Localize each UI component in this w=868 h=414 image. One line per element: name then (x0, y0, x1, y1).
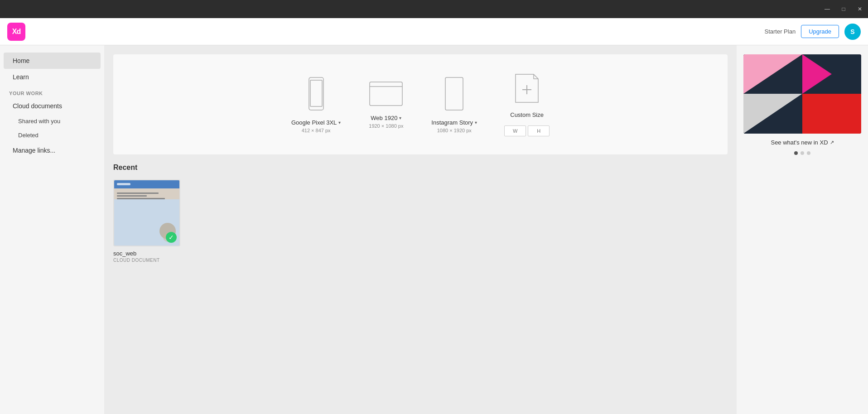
title-bar: — □ ✕ (0, 0, 868, 18)
file-type: CLOUD DOCUMENT (113, 258, 180, 263)
sidebar-item-cloud-documents[interactable]: Cloud documents (4, 98, 101, 114)
instagram-story-dims: 1080 × 1920 px (437, 128, 472, 133)
sync-badge: ✓ (166, 232, 177, 243)
header: Xd Starter Plan Upgrade S (0, 18, 868, 45)
svg-rect-4 (445, 77, 463, 110)
whats-new-text: See what's new in XD (771, 139, 828, 146)
new-file-panel: Google Pixel 3XL ▾ 412 × 847 px Web 1920 (113, 54, 728, 154)
preset-custom-size[interactable]: Custom Size (504, 72, 550, 136)
title-bar-controls: — □ ✕ (823, 5, 864, 14)
google-pixel-dims: 412 × 847 px (302, 128, 331, 133)
file-name: soc_web (113, 250, 180, 257)
close-button[interactable]: ✕ (855, 5, 864, 14)
sidebar-item-deleted[interactable]: Deleted (4, 128, 101, 142)
file-card[interactable]: ✓ soc_web CLOUD DOCUMENT (113, 179, 180, 263)
right-panel: See what's new in XD ↗ (737, 45, 868, 414)
web-1920-icon (368, 80, 404, 109)
carousel-dots (794, 151, 810, 155)
chevron-down-icon: ▾ (475, 120, 477, 125)
carousel-dot-1[interactable] (794, 151, 798, 155)
instagram-story-label-text: Instagram Story (431, 119, 473, 126)
sidebar-item-manage-links[interactable]: Manage links... (4, 142, 101, 159)
sidebar-item-learn[interactable]: Learn (4, 69, 101, 85)
instagram-story-label: Instagram Story ▾ (431, 119, 477, 126)
preset-web-1920[interactable]: Web 1920 ▾ 1920 × 1080 px (368, 80, 404, 129)
recent-section: Recent (104, 164, 737, 272)
chevron-down-icon: ▾ (338, 120, 341, 125)
chevron-down-icon: ▾ (399, 116, 401, 120)
recent-title: Recent (113, 164, 728, 172)
header-right: Starter Plan Upgrade S (764, 24, 861, 40)
custom-width-input[interactable] (504, 125, 526, 136)
main-layout: Home Learn YOUR WORK Cloud documents Sha… (0, 45, 868, 414)
svg-rect-1 (310, 80, 322, 106)
custom-size-label: Custom Size (510, 111, 544, 118)
maximize-button[interactable]: □ (839, 5, 848, 14)
content-area: Google Pixel 3XL ▾ 412 × 847 px Web 1920 (104, 45, 737, 414)
custom-size-icon (511, 72, 543, 106)
custom-height-input[interactable] (528, 125, 550, 136)
xd-logo: Xd (7, 23, 25, 41)
google-pixel-label: Google Pixel 3XL ▾ (291, 119, 341, 126)
svg-marker-12 (802, 94, 861, 134)
minimize-button[interactable]: — (823, 5, 832, 14)
avatar[interactable]: S (844, 24, 861, 40)
preset-instagram-story[interactable]: Instagram Story ▾ 1080 × 1920 px (431, 76, 477, 133)
web-1920-label: Web 1920 ▾ (371, 115, 401, 121)
whats-new-link[interactable]: See what's new in XD ↗ (771, 139, 834, 146)
sidebar: Home Learn YOUR WORK Cloud documents Sha… (0, 45, 104, 414)
sidebar-item-shared-with-you[interactable]: Shared with you (4, 114, 101, 128)
web-1920-label-text: Web 1920 (371, 115, 397, 121)
upgrade-button[interactable]: Upgrade (801, 25, 839, 38)
preset-google-pixel[interactable]: Google Pixel 3XL ▾ 412 × 847 px (291, 76, 341, 133)
svg-rect-2 (370, 82, 402, 106)
sidebar-item-home[interactable]: Home (4, 53, 101, 69)
carousel-dot-2[interactable] (800, 151, 804, 155)
custom-size-inputs (504, 125, 550, 136)
custom-size-label-text: Custom Size (510, 111, 544, 118)
whats-new-graphic (743, 54, 861, 134)
web-1920-dims: 1920 × 1080 px (369, 123, 403, 129)
file-thumbnail: ✓ (113, 179, 180, 246)
carousel-dot-3[interactable] (807, 151, 810, 155)
svg-rect-0 (309, 77, 323, 110)
google-pixel-label-text: Google Pixel 3XL (291, 119, 337, 126)
external-link-icon: ↗ (830, 140, 834, 145)
header-left: Xd (7, 23, 25, 41)
google-pixel-icon (303, 76, 330, 114)
instagram-story-icon (442, 76, 467, 114)
sidebar-section-your-work: YOUR WORK (0, 85, 104, 98)
starter-plan-text: Starter Plan (764, 28, 796, 35)
